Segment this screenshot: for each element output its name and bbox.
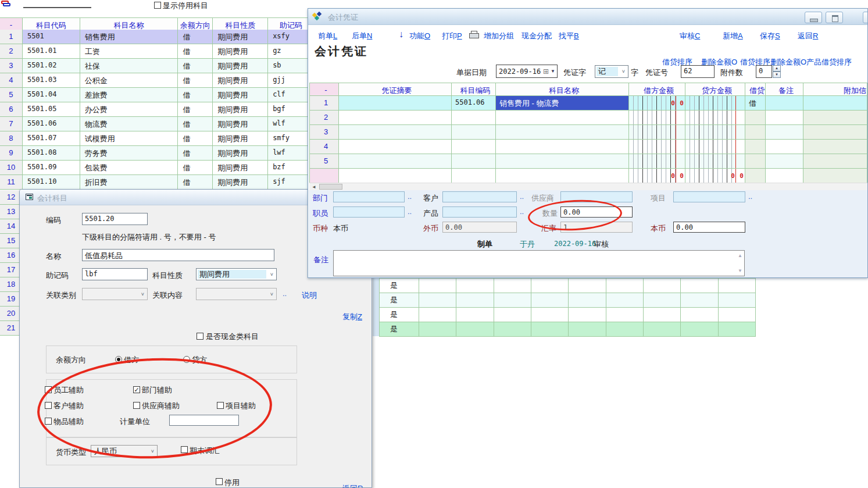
- subject-code-cell[interactable]: 5501.06: [452, 96, 496, 111]
- balance-link[interactable]: 找平B: [559, 31, 579, 41]
- grid-hscrollbar[interactable]: ◄: [309, 183, 867, 191]
- product-input[interactable]: [442, 206, 517, 218]
- note-textarea[interactable]: ▲ ▼: [333, 250, 745, 276]
- direction-cell[interactable]: 借: [745, 96, 766, 111]
- table-row[interactable]: 5 5501.04 差旅费 借 期间费用 clf: [0, 88, 308, 102]
- prev-doc-link[interactable]: 前单L: [318, 31, 337, 41]
- aux-employee-checkbox[interactable]: [45, 386, 52, 393]
- voucher-entry-row[interactable]: 1 5501.06 销售费用 - 物流费 0 0 借: [310, 96, 867, 111]
- maximize-button[interactable]: [826, 12, 843, 23]
- table-row[interactable]: 7 5501.06 物流费 借 期间费用 wlf: [0, 117, 308, 131]
- scroll-left-icon[interactable]: ◄: [312, 184, 316, 190]
- staff-input[interactable]: [333, 206, 405, 218]
- summary-cell[interactable]: [339, 96, 452, 111]
- credit-amount-cell[interactable]: [685, 96, 745, 111]
- table-row[interactable]: 是: [380, 279, 756, 293]
- currency-type-select[interactable]: 人民币 ˅: [91, 445, 158, 457]
- printer-icon[interactable]: [469, 31, 478, 38]
- table-row[interactable]: 4 5501.03 公积金 借 期间费用 gjj: [0, 73, 308, 88]
- table-row[interactable]: 11 5501.10 折旧费 借 期间费用 sjf: [0, 175, 308, 190]
- subject-name-cell[interactable]: 销售费用 - 物流费: [496, 96, 629, 111]
- period-adjust-checkbox[interactable]: [181, 446, 188, 453]
- table-row[interactable]: 2 5501.01 工资 借 期间费用 gz: [0, 44, 308, 59]
- scroll-up-icon[interactable]: ▲: [738, 253, 742, 258]
- debit-radio[interactable]: [115, 356, 122, 363]
- show-disabled-checkbox[interactable]: [154, 2, 161, 9]
- customer-browse-dots[interactable]: ..: [520, 192, 524, 201]
- table-row[interactable]: 9 5501.08 劳务费 借 期间费用 lwf: [0, 146, 308, 161]
- aux-supplier-checkbox[interactable]: [133, 402, 140, 409]
- close-button[interactable]: [863, 12, 868, 23]
- name-input[interactable]: 低值易耗品: [82, 249, 274, 261]
- minimize-button[interactable]: [805, 12, 822, 23]
- dept-browse-dots[interactable]: ..: [408, 192, 412, 201]
- add-group-link[interactable]: 增加分组: [484, 31, 514, 41]
- description-link[interactable]: 说明: [302, 290, 317, 301]
- table-row[interactable]: 是: [380, 308, 756, 322]
- doc-date-picker[interactable]: 2022-09-16 ⊞ ▼: [496, 65, 558, 78]
- column-header[interactable]: -: [0, 18, 23, 30]
- code-input[interactable]: 5501.20: [82, 213, 148, 225]
- table-row-selected[interactable]: 1 5501 销售费用 借 期间费用 xsfy: [0, 30, 308, 44]
- aux-customer-checkbox[interactable]: [45, 402, 52, 409]
- quantity-input[interactable]: 0.00: [560, 206, 633, 218]
- table-row[interactable]: 是: [380, 322, 756, 337]
- credit-radio[interactable]: [183, 356, 190, 363]
- relation-type-select[interactable]: ˅: [82, 288, 148, 300]
- attachments-input[interactable]: 0: [756, 65, 772, 78]
- note-cell[interactable]: [766, 96, 803, 111]
- is-cash-subject-checkbox[interactable]: [197, 333, 203, 340]
- product-browse-dots[interactable]: ..: [520, 207, 524, 216]
- aux-dept-checkbox[interactable]: ✓: [133, 386, 140, 393]
- voucher-empty-row[interactable]: 3: [310, 125, 867, 140]
- scroll-down-icon[interactable]: ▼: [738, 268, 742, 273]
- print-link[interactable]: 打印P: [442, 31, 462, 41]
- column-header[interactable]: 科目性质: [213, 18, 268, 30]
- table-row[interactable]: 8 5501.07 试模费用 借 期间费用 smfy: [0, 131, 308, 146]
- cash-allocate-link[interactable]: 现金分配: [521, 31, 552, 41]
- column-header[interactable]: 助记码: [268, 18, 308, 30]
- local-amount-input[interactable]: 0.00: [673, 222, 745, 233]
- customer-input[interactable]: [442, 191, 517, 202]
- table-row[interactable]: 6 5501.05 办公费 借 期间费用 bgf: [0, 102, 308, 117]
- next-doc-link[interactable]: 后单N: [352, 31, 372, 41]
- project-input[interactable]: [673, 191, 745, 202]
- column-header[interactable]: 余额方向: [178, 18, 213, 30]
- debit-amount-cell[interactable]: 0 0: [629, 96, 685, 111]
- voucher-titlebar[interactable]: 会计凭证: [308, 9, 867, 25]
- save-link[interactable]: 保存S: [760, 31, 780, 41]
- relation-content-select[interactable]: ˅: [196, 288, 277, 300]
- column-header[interactable]: 科目代码: [23, 18, 80, 30]
- nature-select[interactable]: 期间费用 ˅: [196, 268, 277, 280]
- mnemonic-input[interactable]: lbf: [82, 268, 148, 280]
- aux-item-checkbox[interactable]: [45, 418, 52, 425]
- voucher-empty-row[interactable]: 5: [310, 154, 867, 169]
- new-link[interactable]: 新增A: [723, 31, 743, 41]
- table-row[interactable]: 3 5501.02 社保 借 期间费用 sb: [0, 59, 308, 73]
- back-link[interactable]: 返回R: [798, 31, 818, 41]
- unit-input[interactable]: [169, 415, 239, 426]
- voucher-empty-row[interactable]: 4: [310, 140, 867, 154]
- voucher-no-input[interactable]: 62: [681, 65, 715, 78]
- table-row[interactable]: 10 5501.09 包装费 借 期间费用 bzf: [0, 161, 308, 175]
- scrollbar-thumb[interactable]: [319, 184, 342, 190]
- voucher-empty-row[interactable]: 2: [310, 111, 867, 125]
- column-header[interactable]: 科目名称: [80, 18, 178, 30]
- extra-info-cell[interactable]: [803, 96, 867, 111]
- staff-browse-dots[interactable]: ..: [408, 207, 412, 216]
- show-disabled-label: 显示停用科目: [163, 1, 208, 11]
- function-link[interactable]: 功能O: [409, 31, 430, 41]
- table-row[interactable]: 是: [380, 293, 756, 308]
- aux-project-checkbox[interactable]: [217, 402, 224, 409]
- attachments-stepper[interactable]: ▲▼: [773, 65, 781, 78]
- audit-link[interactable]: 审核C: [680, 31, 700, 41]
- disabled-checkbox[interactable]: [216, 478, 223, 485]
- return-link[interactable]: 返回R: [342, 483, 363, 488]
- dept-input[interactable]: [333, 191, 405, 202]
- browse-dots[interactable]: ..: [283, 289, 287, 298]
- supplier-input[interactable]: [560, 191, 633, 202]
- voucher-word-select[interactable]: 记 ˅: [595, 65, 628, 78]
- product-sort-link[interactable]: 产品借贷排序: [806, 57, 852, 67]
- copy-link[interactable]: 复制Z: [342, 312, 362, 322]
- project-browse-dots[interactable]: ..: [748, 192, 752, 201]
